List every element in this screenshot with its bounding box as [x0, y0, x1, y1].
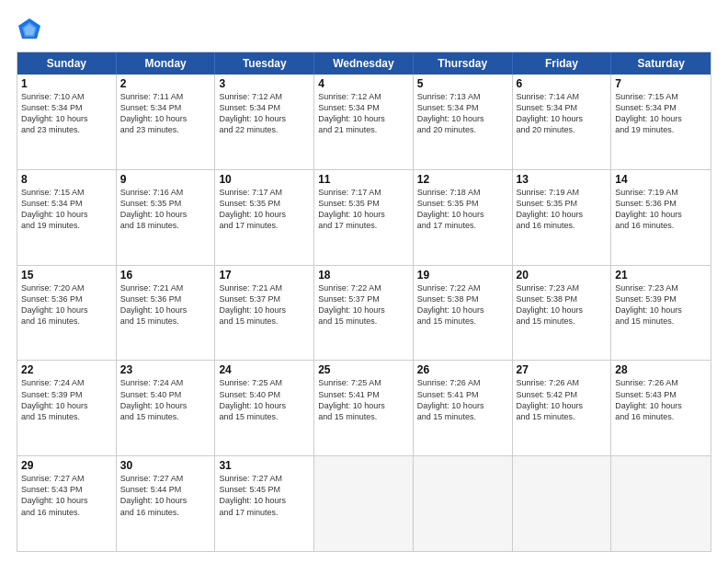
weekday-header: Tuesday [215, 52, 314, 75]
cell-info: Sunrise: 7:27 AMSunset: 5:45 PMDaylight:… [219, 473, 310, 518]
day-number: 15 [21, 269, 112, 282]
cell-info: Sunrise: 7:22 AMSunset: 5:38 PMDaylight:… [417, 282, 508, 327]
cell-info: Sunrise: 7:27 AMSunset: 5:44 PMDaylight:… [120, 473, 211, 518]
calendar-cell: 21Sunrise: 7:23 AMSunset: 5:39 PMDayligh… [611, 266, 711, 361]
page: SundayMondayTuesdayWednesdayThursdayFrid… [0, 0, 728, 563]
calendar-cell: 6Sunrise: 7:14 AMSunset: 5:34 PMDaylight… [513, 75, 612, 169]
calendar-row: 8Sunrise: 7:15 AMSunset: 5:34 PMDaylight… [17, 170, 711, 266]
cell-info: Sunrise: 7:15 AMSunset: 5:34 PMDaylight:… [615, 91, 707, 136]
day-number: 8 [21, 173, 112, 186]
calendar-row: 22Sunrise: 7:24 AMSunset: 5:39 PMDayligh… [17, 361, 711, 456]
cell-info: Sunrise: 7:20 AMSunset: 5:36 PMDaylight:… [21, 282, 112, 327]
calendar-cell: 24Sunrise: 7:25 AMSunset: 5:40 PMDayligh… [215, 361, 314, 455]
cell-info: Sunrise: 7:13 AMSunset: 5:34 PMDaylight:… [417, 91, 508, 136]
cell-info: Sunrise: 7:23 AMSunset: 5:38 PMDaylight:… [517, 282, 608, 327]
weekday-header: Friday [513, 52, 612, 75]
calendar-cell: 8Sunrise: 7:15 AMSunset: 5:34 PMDaylight… [17, 170, 117, 265]
calendar-header: SundayMondayTuesdayWednesdayThursdayFrid… [17, 52, 711, 75]
cell-info: Sunrise: 7:27 AMSunset: 5:43 PMDaylight:… [21, 473, 112, 518]
day-number: 9 [120, 173, 211, 186]
calendar-cell: 16Sunrise: 7:21 AMSunset: 5:36 PMDayligh… [117, 266, 216, 361]
calendar-row: 15Sunrise: 7:20 AMSunset: 5:36 PMDayligh… [17, 266, 711, 362]
cell-info: Sunrise: 7:26 AMSunset: 5:42 PMDaylight:… [517, 377, 608, 422]
calendar-cell [611, 456, 711, 551]
cell-info: Sunrise: 7:25 AMSunset: 5:41 PMDaylight:… [318, 377, 409, 422]
cell-info: Sunrise: 7:16 AMSunset: 5:35 PMDaylight:… [120, 187, 211, 232]
calendar-cell: 4Sunrise: 7:12 AMSunset: 5:34 PMDaylight… [314, 75, 414, 169]
calendar-cell: 23Sunrise: 7:24 AMSunset: 5:40 PMDayligh… [117, 361, 216, 455]
weekday-header: Wednesday [314, 52, 414, 75]
calendar-cell: 12Sunrise: 7:18 AMSunset: 5:35 PMDayligh… [414, 170, 513, 265]
day-number: 7 [615, 77, 707, 90]
day-number: 26 [417, 363, 508, 376]
calendar-row: 1Sunrise: 7:10 AMSunset: 5:34 PMDaylight… [17, 75, 711, 170]
logo [17, 17, 46, 42]
calendar-cell: 13Sunrise: 7:19 AMSunset: 5:35 PMDayligh… [513, 170, 612, 265]
day-number: 22 [21, 363, 112, 376]
cell-info: Sunrise: 7:25 AMSunset: 5:40 PMDaylight:… [219, 377, 310, 422]
day-number: 16 [120, 269, 211, 282]
calendar-cell: 26Sunrise: 7:26 AMSunset: 5:41 PMDayligh… [414, 361, 513, 455]
calendar-cell [513, 456, 612, 551]
cell-info: Sunrise: 7:26 AMSunset: 5:43 PMDaylight:… [615, 377, 707, 422]
day-number: 17 [219, 269, 310, 282]
day-number: 24 [219, 363, 310, 376]
cell-info: Sunrise: 7:24 AMSunset: 5:39 PMDaylight:… [21, 377, 112, 422]
calendar-cell: 22Sunrise: 7:24 AMSunset: 5:39 PMDayligh… [17, 361, 117, 455]
day-number: 21 [615, 269, 707, 282]
day-number: 28 [615, 363, 707, 376]
day-number: 2 [120, 77, 211, 90]
day-number: 20 [517, 269, 608, 282]
day-number: 3 [219, 77, 310, 90]
calendar-cell: 10Sunrise: 7:17 AMSunset: 5:35 PMDayligh… [215, 170, 314, 265]
weekday-header: Monday [117, 52, 216, 75]
day-number: 14 [615, 173, 707, 186]
calendar-cell: 7Sunrise: 7:15 AMSunset: 5:34 PMDaylight… [611, 75, 711, 169]
cell-info: Sunrise: 7:17 AMSunset: 5:35 PMDaylight:… [219, 187, 310, 232]
calendar-cell: 17Sunrise: 7:21 AMSunset: 5:37 PMDayligh… [215, 266, 314, 361]
calendar-cell: 3Sunrise: 7:12 AMSunset: 5:34 PMDaylight… [215, 75, 314, 169]
header [17, 17, 711, 42]
cell-info: Sunrise: 7:12 AMSunset: 5:34 PMDaylight:… [318, 91, 409, 136]
calendar: SundayMondayTuesdayWednesdayThursdayFrid… [17, 52, 711, 552]
calendar-cell: 25Sunrise: 7:25 AMSunset: 5:41 PMDayligh… [314, 361, 414, 455]
calendar-cell: 2Sunrise: 7:11 AMSunset: 5:34 PMDaylight… [117, 75, 216, 169]
cell-info: Sunrise: 7:15 AMSunset: 5:34 PMDaylight:… [21, 187, 112, 232]
day-number: 6 [517, 77, 608, 90]
day-number: 12 [417, 173, 508, 186]
calendar-cell: 29Sunrise: 7:27 AMSunset: 5:43 PMDayligh… [17, 456, 117, 551]
day-number: 29 [21, 459, 112, 472]
day-number: 13 [517, 173, 608, 186]
cell-info: Sunrise: 7:12 AMSunset: 5:34 PMDaylight:… [219, 91, 310, 136]
day-number: 11 [318, 173, 409, 186]
day-number: 18 [318, 269, 409, 282]
calendar-cell: 14Sunrise: 7:19 AMSunset: 5:36 PMDayligh… [611, 170, 711, 265]
cell-info: Sunrise: 7:22 AMSunset: 5:37 PMDaylight:… [318, 282, 409, 327]
weekday-header: Saturday [611, 52, 711, 75]
calendar-cell: 20Sunrise: 7:23 AMSunset: 5:38 PMDayligh… [513, 266, 612, 361]
calendar-cell: 18Sunrise: 7:22 AMSunset: 5:37 PMDayligh… [314, 266, 414, 361]
calendar-body: 1Sunrise: 7:10 AMSunset: 5:34 PMDaylight… [17, 75, 711, 551]
cell-info: Sunrise: 7:21 AMSunset: 5:36 PMDaylight:… [120, 282, 211, 327]
calendar-cell: 19Sunrise: 7:22 AMSunset: 5:38 PMDayligh… [414, 266, 513, 361]
logo-icon [17, 17, 42, 42]
calendar-cell: 30Sunrise: 7:27 AMSunset: 5:44 PMDayligh… [117, 456, 216, 551]
weekday-header: Sunday [17, 52, 117, 75]
cell-info: Sunrise: 7:14 AMSunset: 5:34 PMDaylight:… [517, 91, 608, 136]
calendar-cell: 27Sunrise: 7:26 AMSunset: 5:42 PMDayligh… [513, 361, 612, 455]
calendar-cell: 1Sunrise: 7:10 AMSunset: 5:34 PMDaylight… [17, 75, 117, 169]
calendar-cell [314, 456, 414, 551]
cell-info: Sunrise: 7:21 AMSunset: 5:37 PMDaylight:… [219, 282, 310, 327]
cell-info: Sunrise: 7:19 AMSunset: 5:35 PMDaylight:… [517, 187, 608, 232]
day-number: 31 [219, 459, 310, 472]
cell-info: Sunrise: 7:17 AMSunset: 5:35 PMDaylight:… [318, 187, 409, 232]
calendar-cell: 28Sunrise: 7:26 AMSunset: 5:43 PMDayligh… [611, 361, 711, 455]
cell-info: Sunrise: 7:18 AMSunset: 5:35 PMDaylight:… [417, 187, 508, 232]
calendar-cell: 31Sunrise: 7:27 AMSunset: 5:45 PMDayligh… [215, 456, 314, 551]
calendar-cell: 5Sunrise: 7:13 AMSunset: 5:34 PMDaylight… [414, 75, 513, 169]
day-number: 30 [120, 459, 211, 472]
day-number: 10 [219, 173, 310, 186]
calendar-cell [414, 456, 513, 551]
day-number: 19 [417, 269, 508, 282]
calendar-row: 29Sunrise: 7:27 AMSunset: 5:43 PMDayligh… [17, 456, 711, 551]
